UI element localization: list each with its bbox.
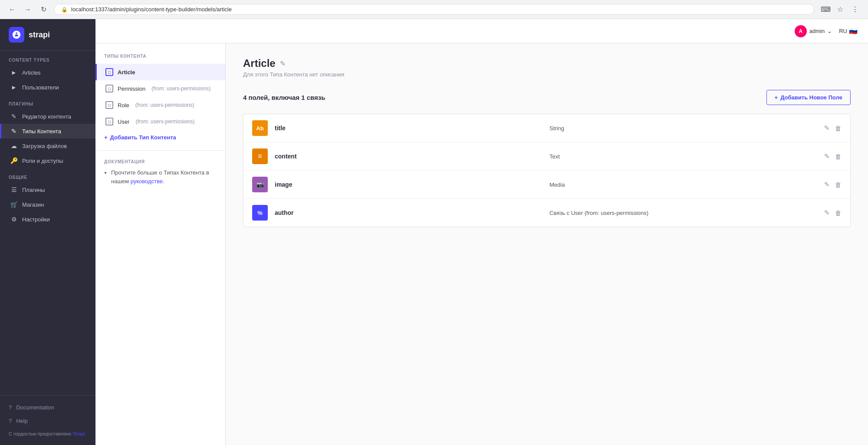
title-field-type: String (549, 125, 824, 132)
middle-item-user[interactable]: □ User (from: users-permissions) (95, 113, 225, 130)
edit-image-field-btn[interactable]: ✎ (824, 181, 830, 188)
user-label: admin (809, 28, 825, 34)
edit-title-button[interactable]: ✎ (280, 59, 286, 68)
sidebar-item-upload[interactable]: ☁ Загрузка файлов (0, 138, 95, 153)
roles-label: Роли и доступы (22, 158, 63, 164)
back-button[interactable]: ← (7, 4, 17, 15)
title-field-actions: ✎ 🗑 (824, 124, 842, 132)
sidebar-item-plugins[interactable]: ☰ Плагины (0, 182, 95, 197)
plus-icon: + (104, 134, 108, 141)
plugins-label: ПЛАГИНЫ (0, 95, 95, 109)
middle-item-article[interactable]: □ Article (95, 64, 225, 80)
marketplace-label: Магазин (22, 201, 44, 208)
bookmark-btn[interactable]: ☆ (834, 3, 846, 16)
sidebar-item-marketplace[interactable]: 🛒 Магазин (0, 197, 95, 212)
gear-icon: ⚙ (10, 216, 18, 223)
content-field-type: Text (549, 153, 824, 160)
delete-title-field-btn[interactable]: 🗑 (835, 125, 842, 132)
browser-chrome: ← → ↻ 🔒 localhost:1337/admin/plugins/con… (0, 0, 868, 19)
help-label: Help (16, 418, 28, 424)
key-icon: 🔑 (10, 157, 18, 164)
address-bar[interactable]: 🔒 localhost:1337/admin/plugins/content-t… (54, 4, 814, 15)
role-icon: □ (105, 101, 113, 109)
sidebar-item-users[interactable]: ► Пользователи (0, 80, 95, 95)
permission-from: (from: users-permissions) (151, 86, 210, 92)
grid-icon: ☰ (10, 186, 18, 193)
middle-role-label: Role (118, 102, 129, 109)
middle-panel: ТИПЫ КОНТЕНТА □ Article □ Permission (fr… (95, 43, 226, 445)
sidebar-users-label: Пользователи (22, 84, 59, 91)
sidebar-item-settings[interactable]: ⚙ Настройки (0, 212, 95, 227)
strapi-credit: С гордостью предоставлено Strapi (0, 428, 95, 440)
sidebar-articles-label: Articles (22, 69, 41, 76)
lock-icon: 🔒 (61, 7, 68, 13)
user-icon: □ (105, 118, 113, 125)
author-field-actions: ✎ 🗑 (824, 209, 842, 217)
middle-permission-label: Permission (118, 86, 145, 92)
topbar-user[interactable]: A admin ⌄ (795, 25, 832, 37)
add-content-type-btn[interactable]: + Добавить Тип Контента (95, 130, 225, 145)
content-types-nav-label: Типы Контента (22, 128, 61, 135)
sidebar-item-articles[interactable]: ► Articles (0, 65, 95, 80)
topbar: A admin ⌄ RU 🇷🇺 (95, 19, 868, 43)
refresh-button[interactable]: ↻ (38, 4, 49, 15)
edit-icon-active: ✎ (10, 128, 18, 135)
chevron-icon: ► (10, 69, 18, 76)
middle-item-role[interactable]: □ Role (from: users-permissions) (95, 97, 225, 113)
content-panel: Article ✎ Для этого Типа Контента нет оп… (226, 43, 868, 445)
cloud-icon: ☁ (10, 142, 18, 149)
sidebar-section-plugins: ПЛАГИНЫ ✎ Редактор контента ✎ Типы Конте… (0, 95, 95, 168)
edit-title-field-btn[interactable]: ✎ (824, 124, 830, 132)
general-label: ОБЩИЕ (0, 168, 95, 182)
upload-label: Загрузка файлов (22, 143, 67, 149)
content-subtitle: Для этого Типа Контента нет описания (243, 71, 851, 78)
extensions-btn[interactable]: ⌨ (819, 3, 832, 16)
settings-label: Настройки (22, 216, 50, 223)
middle-section-label: ТИПЫ КОНТЕНТА (95, 54, 225, 64)
menu-btn[interactable]: ⋮ (849, 3, 861, 16)
image-field-type: Media (549, 181, 824, 188)
flag-icon: 🇷🇺 (849, 27, 858, 35)
middle-user-label: User (118, 119, 129, 125)
field-row-author: % author Связь с User (from: users-permi… (243, 199, 850, 227)
title-field-name: title (275, 125, 549, 132)
title-field-icon: Ab (252, 120, 268, 136)
edit-author-field-btn[interactable]: ✎ (824, 209, 830, 217)
image-field-icon: 📷 (252, 177, 268, 192)
user-chevron-icon: ⌄ (827, 28, 832, 34)
topbar-lang[interactable]: RU 🇷🇺 (839, 27, 858, 35)
sidebar-item-content-types[interactable]: ✎ Типы Контента (0, 124, 95, 138)
edit-content-field-btn[interactable]: ✎ (824, 152, 830, 160)
plus-icon: + (775, 94, 778, 101)
delete-image-field-btn[interactable]: 🗑 (835, 181, 842, 188)
sidebar: strapi CONTENT TYPES ► Articles ► Пользо… (0, 19, 95, 445)
strapi-link[interactable]: Strapi (72, 431, 85, 436)
lang-label: RU (839, 28, 847, 34)
field-row-content: ≡ content Text ✎ 🗑 (243, 142, 850, 171)
add-field-label: Добавить Новое Поле (780, 94, 842, 101)
shop-icon: 🛒 (10, 201, 18, 208)
page-title: Article (243, 57, 276, 69)
delete-author-field-btn[interactable]: 🗑 (835, 209, 842, 217)
sidebar-item-help[interactable]: ? Help (0, 414, 95, 428)
logo-icon (9, 27, 24, 43)
content-title: Article ✎ (243, 57, 851, 69)
sidebar-logo[interactable]: strapi (0, 19, 95, 51)
sidebar-item-documentation[interactable]: ? Documentation (0, 401, 95, 414)
fields-header: 4 полей, включая 1 связь + Добавить Ново… (243, 90, 851, 105)
middle-item-permission[interactable]: □ Permission (from: users-permissions) (95, 80, 225, 97)
content-types-label: CONTENT TYPES (0, 51, 95, 65)
sidebar-item-roles[interactable]: 🔑 Роли и доступы (0, 153, 95, 168)
field-row-image: 📷 image Media ✎ 🗑 (243, 171, 850, 199)
content-editor-label: Редактор контента (22, 113, 71, 120)
sidebar-section-content-types: CONTENT TYPES ► Articles ► Пользователи (0, 51, 95, 95)
guide-link[interactable]: руководстве. (131, 178, 164, 185)
role-from: (from: users-permissions) (135, 102, 194, 108)
sidebar-item-content-editor[interactable]: ✎ Редактор контента (0, 109, 95, 124)
sidebar-section-general: ОБЩИЕ ☰ Плагины 🛒 Магазин ⚙ Настройки (0, 168, 95, 227)
add-field-button[interactable]: + Добавить Новое Поле (766, 90, 851, 105)
author-field-name: author (275, 209, 549, 216)
forward-button[interactable]: → (23, 4, 33, 15)
documentation-label: Documentation (16, 404, 54, 411)
delete-content-field-btn[interactable]: 🗑 (835, 153, 842, 160)
